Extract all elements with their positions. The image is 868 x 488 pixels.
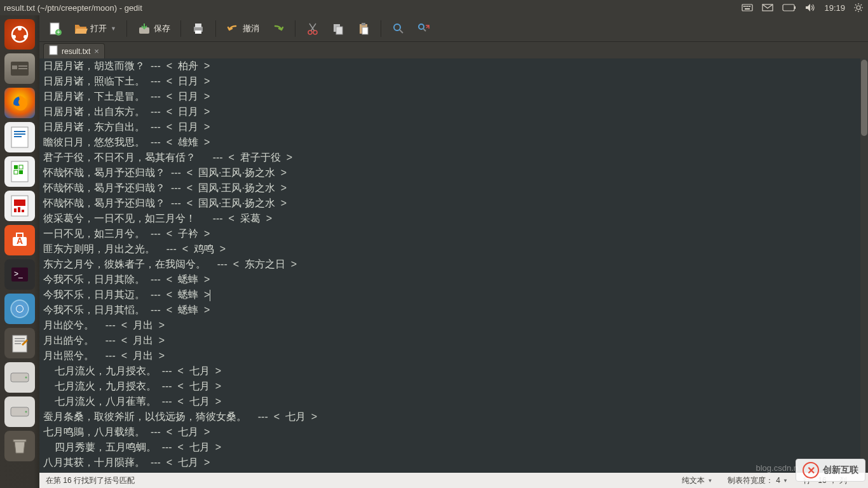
disk1-icon[interactable] — [4, 362, 35, 393]
editor-line[interactable]: 蚕月条桑，取彼斧斨，以伐远扬，猗彼女桑。 --- < 七月 > — [43, 409, 864, 424]
ubuntu-software-icon[interactable]: A — [4, 225, 35, 255]
svg-rect-65 — [50, 46, 57, 55]
tabbar: result.txt × — [39, 42, 868, 58]
svg-rect-7 — [783, 4, 794, 11]
libreoffice-writer-icon[interactable] — [4, 122, 35, 152]
redo-button[interactable] — [267, 19, 288, 38]
scrollbar-thumb[interactable] — [861, 60, 867, 136]
editor-line[interactable]: 瞻彼日月，悠悠我思。 --- < 雄雉 > — [43, 135, 864, 150]
editor-line[interactable]: 七月鸣鵙，八月载绩。 --- < 七月 > — [43, 424, 864, 440]
battery-icon[interactable] — [782, 4, 796, 11]
search-button[interactable] — [388, 19, 409, 38]
files-icon[interactable] — [4, 53, 35, 84]
gear-icon[interactable] — [854, 3, 863, 12]
gedit-icon[interactable] — [4, 328, 35, 358]
editor-line[interactable]: 七月流火，八月萑苇。 --- < 七月 > — [43, 394, 864, 409]
editor-line[interactable]: 四月秀葽，五月鸣蜩。 --- < 七月 > — [43, 440, 864, 455]
status-message: 在第 16 行找到了括号匹配 — [46, 475, 674, 486]
chromium-icon[interactable] — [4, 294, 35, 324]
editor-line[interactable]: 一日不见，如三月兮。 --- < 子衿 > — [43, 226, 864, 241]
dash-icon[interactable] — [4, 19, 35, 50]
undo-label: 撤消 — [243, 23, 259, 34]
svg-rect-5 — [745, 8, 750, 10]
chevron-down-icon: ▼ — [707, 478, 712, 484]
svg-rect-17 — [18, 68, 27, 69]
watermark-logo-icon: ✕ — [803, 462, 819, 478]
svg-rect-0 — [742, 4, 752, 11]
editor-line[interactable]: 月出皎兮。 --- < 月出 > — [43, 318, 864, 333]
editor-line[interactable]: 今我不乐，日月其慆。 --- < 蟋蟀 > — [43, 302, 864, 318]
mail-icon[interactable] — [762, 3, 773, 12]
open-label: 打开 — [90, 23, 107, 34]
save-button[interactable]: 保存 — [133, 19, 174, 38]
editor-line[interactable]: 日居月诸，出自东方。 --- < 日月 > — [43, 104, 864, 119]
editor-line[interactable]: 怀哉怀哉，曷月予还归哉？ --- < 国风·王风·扬之水 > — [43, 196, 864, 211]
editor-line[interactable]: 月出皓兮。 --- < 月出 > — [43, 333, 864, 348]
vertical-scrollbar[interactable] — [860, 58, 868, 473]
watermark-text: 创新互联 — [823, 464, 858, 476]
keyboard-icon[interactable] — [742, 3, 753, 12]
libreoffice-impress-icon[interactable] — [4, 191, 35, 221]
editor-line[interactable]: 七月流火，九月授衣。 --- < 七月 > — [43, 379, 864, 394]
window-title: result.txt (~/ptn/creepter/moon) - gedit — [4, 3, 142, 13]
svg-rect-55 — [195, 30, 201, 34]
svg-point-57 — [313, 30, 317, 34]
file-tab[interactable]: result.txt × — [43, 43, 105, 58]
undo-button[interactable]: 撤消 — [222, 19, 263, 38]
svg-rect-8 — [794, 6, 796, 9]
editor-area[interactable]: 日居月诸，胡迭而微？ --- < 柏舟 >日居月诸，照临下土。 --- < 日月… — [39, 58, 868, 473]
paste-button[interactable] — [353, 19, 374, 38]
tabwidth-selector[interactable]: 制表符宽度：4▼ — [720, 475, 796, 486]
editor-line[interactable]: 日居月诸，下土是冒。 --- < 日月 > — [43, 89, 864, 104]
separator — [215, 20, 216, 37]
replace-button[interactable] — [413, 19, 435, 38]
editor-line[interactable]: 匪东方则明，月出之光。 --- < 鸡鸣 > — [43, 241, 864, 257]
editor-line[interactable]: 日居月诸，东方自出。 --- < 日月 > — [43, 119, 864, 135]
editor-line[interactable]: 日居月诸，照临下土。 --- < 日月 > — [43, 74, 864, 89]
firefox-icon[interactable] — [4, 88, 35, 118]
editor-line[interactable]: 怀哉怀哉，曷月予还归哉？ --- < 国风·王风·扬之水 > — [43, 180, 864, 196]
print-button[interactable] — [187, 19, 209, 38]
editor-line[interactable]: 七月流火，九月授衣。 --- < 七月 > — [43, 363, 864, 379]
separator — [180, 20, 181, 37]
svg-rect-43 — [15, 343, 21, 344]
undo-icon — [226, 22, 240, 36]
terminal-icon[interactable]: >_ — [4, 259, 35, 290]
svg-point-63 — [394, 24, 400, 30]
svg-point-12 — [12, 35, 16, 39]
svg-text:A: A — [17, 236, 23, 246]
syntax-selector[interactable]: 纯文本▼ — [674, 475, 720, 486]
svg-rect-16 — [18, 65, 27, 67]
clock[interactable]: 19:19 — [824, 3, 845, 13]
chevron-down-icon: ▼ — [111, 25, 116, 32]
libreoffice-calc-icon[interactable] — [4, 156, 35, 187]
close-icon[interactable]: × — [94, 46, 99, 56]
new-file-icon: + — [48, 22, 62, 36]
editor-line[interactable]: 月出照兮。 --- < 月出 > — [43, 348, 864, 363]
open-button[interactable]: 打开▼ — [70, 19, 120, 38]
editor-line[interactable]: 今我不乐，日月其除。 --- < 蟋蟀 > — [43, 272, 864, 287]
editor-line[interactable]: 怀哉怀哉，曷月予还归哉？ --- < 国风·王风·扬之水 > — [43, 165, 864, 180]
svg-point-45 — [25, 377, 27, 379]
copy-button[interactable] — [327, 19, 349, 38]
volume-icon[interactable] — [805, 3, 815, 12]
separator — [295, 20, 295, 37]
cut-button[interactable] — [302, 19, 323, 38]
svg-text:>_: >_ — [14, 269, 23, 278]
svg-rect-42 — [15, 341, 25, 342]
svg-rect-41 — [15, 338, 25, 339]
editor-line[interactable]: 东方之月兮，彼姝者子，在我闼兮。 --- < 东方之日 > — [43, 257, 864, 272]
editor-line[interactable]: 君子于役，不日不月，曷其有佸？ --- < 君子于役 > — [43, 150, 864, 165]
svg-point-64 — [419, 24, 424, 29]
disk2-icon[interactable] — [4, 396, 35, 427]
new-button[interactable]: + — [44, 19, 66, 38]
system-indicators[interactable]: 19:19 — [742, 3, 863, 13]
editor-line[interactable]: 今我不乐，日月其迈。 --- < 蟋蟀 > — [43, 287, 864, 302]
editor-line[interactable]: 日居月诸，胡迭而微？ --- < 柏舟 > — [43, 58, 864, 74]
editor-line[interactable]: 彼采葛兮，一日不见，如三月兮！ --- < 采葛 > — [43, 211, 864, 226]
trash-icon[interactable] — [4, 431, 35, 461]
svg-rect-61 — [362, 23, 365, 25]
editor-line[interactable]: 八月其获，十月陨萚。 --- < 七月 > — [43, 455, 864, 470]
svg-rect-20 — [14, 131, 25, 132]
menubar: result.txt (~/ptn/creepter/moon) - gedit… — [0, 0, 868, 15]
